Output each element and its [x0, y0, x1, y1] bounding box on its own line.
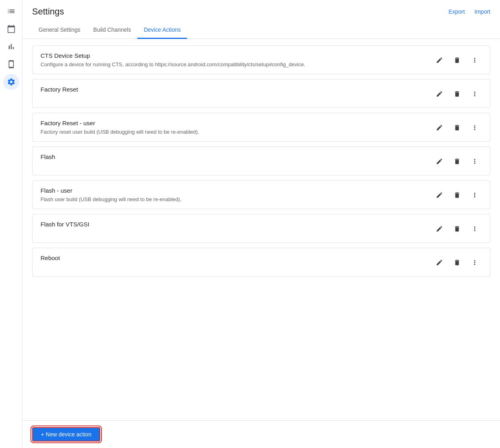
delete-button[interactable] [450, 87, 464, 101]
action-card-content: Factory Reset - userFactory reset user b… [41, 120, 432, 135]
delete-button[interactable] [450, 120, 464, 135]
edit-button[interactable] [432, 120, 447, 135]
action-card-icons [432, 153, 482, 169]
delete-button[interactable] [450, 53, 464, 67]
import-link[interactable]: Import [474, 8, 490, 15]
tabs-container: General Settings Build Channels Device A… [22, 22, 500, 39]
delete-icon [453, 57, 461, 64]
action-card-icons [432, 86, 482, 101]
delete-icon [453, 90, 461, 98]
action-card-description: Configure a device for running CTS, acco… [41, 61, 432, 67]
action-card-title: Factory Reset - user [41, 120, 432, 126]
action-card-title: Reboot [41, 255, 432, 261]
settings-icon [7, 77, 16, 86]
action-card-content: Flash [41, 153, 432, 163]
action-card-title: Flash - user [41, 187, 432, 194]
export-link[interactable]: Export [449, 8, 465, 15]
edit-icon [436, 259, 443, 266]
action-card-flash-vts-gsi: Flash for VTS/GSI [32, 214, 490, 243]
more-options-button[interactable] [467, 222, 482, 236]
more-vert-icon [471, 259, 478, 266]
page-title: Settings [32, 6, 64, 17]
delete-icon [453, 124, 461, 131]
delete-icon [453, 225, 461, 232]
action-card-factory-reset: Factory Reset [32, 79, 490, 108]
edit-button[interactable] [432, 154, 447, 169]
footer: + New device action [22, 420, 500, 448]
action-card-icons [432, 52, 482, 67]
action-card-title: Flash for VTS/GSI [41, 221, 432, 228]
action-card-title: Flash [41, 153, 432, 160]
sidebar-item-calendar[interactable] [3, 21, 19, 37]
sidebar-item-settings[interactable] [3, 74, 19, 90]
edit-icon [436, 90, 443, 98]
action-card-icons [432, 187, 482, 202]
edit-icon [436, 57, 443, 64]
more-options-button[interactable] [467, 87, 482, 101]
main-content: Settings Export Import General Settings … [22, 0, 500, 448]
action-card-title: Factory Reset [41, 86, 432, 93]
calendar-icon [7, 24, 16, 33]
more-vert-icon [471, 124, 478, 131]
action-card-content: Factory Reset [41, 86, 432, 95]
sidebar [0, 0, 22, 448]
tab-general-settings[interactable]: General Settings [32, 22, 87, 39]
action-card-title: CTS Device Setup [41, 52, 432, 59]
action-card-icons [432, 120, 482, 135]
action-card-description: Factory reset user build (USB debugging … [41, 129, 432, 135]
edit-icon [436, 124, 443, 131]
delete-button[interactable] [450, 154, 464, 169]
action-card-factory-reset-user: Factory Reset - userFactory reset user b… [32, 113, 490, 142]
edit-button[interactable] [432, 53, 447, 67]
more-vert-icon [471, 158, 478, 165]
more-options-button[interactable] [467, 120, 482, 135]
action-card-icons [432, 221, 482, 236]
chart-icon [7, 42, 16, 51]
edit-icon [436, 225, 443, 232]
edit-button[interactable] [432, 255, 447, 270]
delete-button[interactable] [450, 255, 464, 270]
action-card-content: Flash - userFlash user build (USB debugg… [41, 187, 432, 202]
edit-icon [436, 191, 443, 199]
edit-button[interactable] [432, 188, 447, 202]
content-area: CTS Device SetupConfigure a device for r… [22, 39, 500, 420]
action-card-description: Flash user build (USB debugging will nee… [41, 196, 432, 202]
phone-icon [7, 60, 16, 69]
delete-button[interactable] [450, 188, 464, 202]
sidebar-item-chart[interactable] [3, 39, 19, 55]
more-vert-icon [471, 191, 478, 199]
more-vert-icon [471, 57, 478, 64]
action-card-flash: Flash [32, 147, 490, 175]
delete-icon [453, 259, 461, 266]
list-icon [7, 7, 16, 16]
more-options-button[interactable] [467, 255, 482, 270]
sidebar-item-phone[interactable] [3, 56, 19, 72]
action-card-icons [432, 255, 482, 270]
more-vert-icon [471, 225, 478, 232]
more-options-button[interactable] [467, 154, 482, 169]
tab-build-channels[interactable]: Build Channels [87, 22, 137, 39]
more-vert-icon [471, 90, 478, 98]
delete-icon [453, 191, 461, 199]
more-options-button[interactable] [467, 188, 482, 202]
edit-button[interactable] [432, 87, 447, 101]
delete-icon [453, 158, 461, 165]
edit-icon [436, 158, 443, 165]
action-card-content: Flash for VTS/GSI [41, 221, 432, 230]
header: Settings Export Import [22, 0, 500, 17]
action-card-content: Reboot [41, 255, 432, 264]
delete-button[interactable] [450, 222, 464, 236]
header-actions: Export Import [449, 8, 490, 15]
tab-device-actions[interactable]: Device Actions [137, 22, 187, 39]
action-card-cts-device-setup: CTS Device SetupConfigure a device for r… [32, 45, 490, 74]
action-card-reboot: Reboot [32, 248, 490, 277]
action-card-content: CTS Device SetupConfigure a device for r… [41, 52, 432, 67]
edit-button[interactable] [432, 222, 447, 236]
more-options-button[interactable] [467, 53, 482, 67]
action-card-flash-user: Flash - userFlash user build (USB debugg… [32, 180, 490, 209]
new-device-action-button[interactable]: + New device action [32, 427, 100, 442]
sidebar-item-list[interactable] [3, 3, 19, 19]
